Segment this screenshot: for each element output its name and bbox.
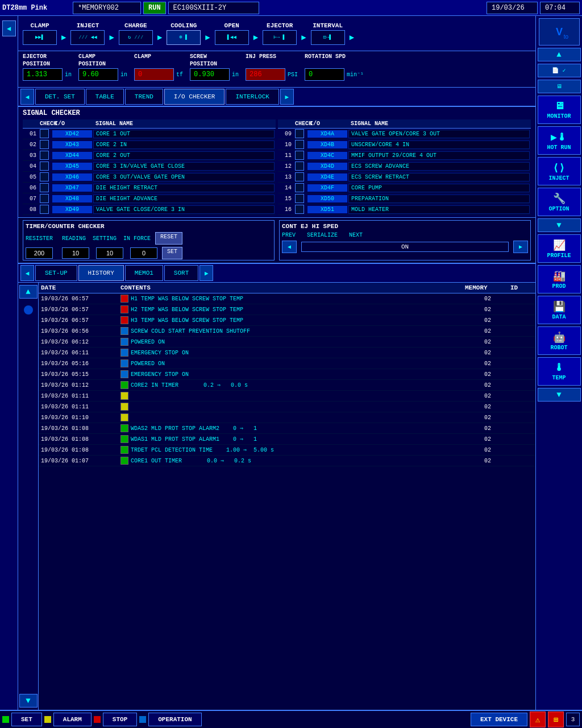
sidebar-up-arrow[interactable]: ▲ xyxy=(538,48,581,61)
sidebar-hot-run[interactable]: ▶🌡 HOT RUN xyxy=(538,126,581,155)
hist-mem-7: 02 xyxy=(465,361,510,367)
ext-device-button[interactable]: EXT DEVICE xyxy=(471,713,527,726)
set-button[interactable]: SET xyxy=(162,247,182,259)
history-down-button[interactable]: ▼ xyxy=(19,694,38,708)
screen-icon[interactable]: ⊞ xyxy=(548,712,564,727)
tab-trend[interactable]: TREND xyxy=(125,89,163,105)
tab-history[interactable]: HISTORY xyxy=(78,265,124,281)
sidebar-monitor[interactable]: 🖥 MONITOR xyxy=(538,96,581,124)
tab-table[interactable]: TABLE xyxy=(86,89,124,105)
sig-check-03[interactable] xyxy=(40,151,49,160)
sidebar-display-icon[interactable]: 🖥 xyxy=(538,80,581,93)
hist-dot-16 xyxy=(120,457,128,465)
sig-check-11[interactable] xyxy=(295,151,304,160)
sig-num-16: 16 xyxy=(279,206,294,213)
hist-dot-5 xyxy=(120,338,128,346)
hist-mem-16: 02 xyxy=(465,458,510,464)
timer-title: TIMER/COUNTER CHECKER xyxy=(26,223,272,230)
tab-left-arrow[interactable]: ◀ xyxy=(20,89,34,105)
sig-check-07[interactable] xyxy=(40,194,49,203)
left-hdr-io: I/O xyxy=(52,121,92,127)
tab-sort[interactable]: SORT xyxy=(164,265,198,281)
hist-date-10: 19/03/26 01:11 xyxy=(41,393,120,399)
sig-row-09: 09 XD4A VALVE GATE OPEN/CORE 3 OUT xyxy=(278,129,531,139)
timer-lbl-inforce: IN FORCE xyxy=(123,235,151,242)
sig-id-16: XD51 xyxy=(307,206,347,213)
sig-check-10[interactable] xyxy=(295,140,304,149)
sidebar-temp[interactable]: 🌡 TEMP xyxy=(538,357,581,386)
sidebar-down-arrow-bot[interactable]: ▼ xyxy=(538,388,581,402)
hist-dot-3 xyxy=(120,316,128,324)
sidebar-option[interactable]: 🔧 OPTION xyxy=(538,188,581,216)
sidebar-data[interactable]: 💾 DATA xyxy=(538,296,581,324)
current-date: 19/03/26 xyxy=(487,2,538,14)
btm-tab-left-arrow[interactable]: ◀ xyxy=(20,265,34,281)
alarm-warning-icon[interactable]: ⚠ xyxy=(530,712,546,727)
hist-dot-11 xyxy=(120,403,128,411)
sig-check-05[interactable] xyxy=(40,172,49,181)
sig-check-02[interactable] xyxy=(40,140,49,149)
sidebar-inject[interactable]: ⟨⟩ INJECT xyxy=(538,157,581,185)
reset-button[interactable]: RESET xyxy=(155,232,182,245)
next-button[interactable]: ▶ xyxy=(513,241,528,253)
hist-row-10: 19/03/26 01:11 02 xyxy=(39,391,535,402)
alarm-button[interactable]: ALARM xyxy=(53,713,92,726)
tab-right-arrow[interactable]: ▶ xyxy=(280,89,294,105)
inj-press-unit: PSI xyxy=(288,72,298,78)
sidebar-prod[interactable]: 🏭 PROD xyxy=(538,265,581,293)
hist-date-13: 19/03/26 01:08 xyxy=(41,425,120,432)
sidebar-down-arrow-mid[interactable]: ▼ xyxy=(538,218,581,232)
sig-check-09[interactable] xyxy=(295,129,304,138)
sig-check-15[interactable] xyxy=(295,194,304,203)
set-button-bottom[interactable]: SET xyxy=(11,713,42,726)
hist-mem-13: 02 xyxy=(465,425,510,432)
hist-date-7: 19/03/26 05:16 xyxy=(41,361,120,367)
sig-check-04[interactable] xyxy=(40,162,49,171)
timer-register-input[interactable] xyxy=(26,247,53,259)
sig-check-13[interactable] xyxy=(295,172,304,181)
sidebar-logo: V to xyxy=(539,18,580,46)
sig-name-13: ECS SCREW RETRACT xyxy=(348,173,530,181)
tab-setup[interactable]: SET-UP xyxy=(35,265,77,281)
hist-mem-10: 02 xyxy=(465,393,510,399)
timer-setting-input[interactable] xyxy=(96,247,123,259)
sidebar-profile[interactable]: 📈 PROFILE xyxy=(538,234,581,263)
operation-button[interactable]: OPERATION xyxy=(148,713,201,726)
sig-check-06[interactable] xyxy=(40,183,49,192)
sig-check-14[interactable] xyxy=(295,183,304,192)
prev-button[interactable]: ◀ xyxy=(282,241,297,253)
clamp-pos-sub: POSITION xyxy=(78,61,127,67)
cooling-icon: ❄ ▌ xyxy=(167,30,201,45)
tab-memo1[interactable]: MEMO1 xyxy=(125,265,163,281)
stop-button[interactable]: STOP xyxy=(103,713,137,726)
temp-label: TEMP xyxy=(552,375,566,381)
hist-mem-11: 02 xyxy=(465,404,510,410)
sidebar-robot[interactable]: 🤖 ROBOT xyxy=(538,326,581,355)
sig-check-12[interactable] xyxy=(295,162,304,171)
current-time: 07:04 xyxy=(540,2,580,14)
tab-det-set[interactable]: DET. SET xyxy=(35,89,85,105)
tab-interlock[interactable]: INTERLOCK xyxy=(226,89,278,105)
sig-name-10: UNSCREW/CORE 4 IN xyxy=(348,140,530,149)
tab-io-checker[interactable]: I/O CHECKER xyxy=(164,89,225,105)
btm-tab-right-arrow[interactable]: ▶ xyxy=(199,265,213,281)
hist-date-3: 19/03/26 06:57 xyxy=(41,317,120,324)
timer-reading-input[interactable] xyxy=(62,247,89,259)
svg-text:to: to xyxy=(563,34,568,40)
left-nav: ◀ xyxy=(0,16,18,710)
history-up-button[interactable]: ▲ xyxy=(19,285,38,299)
sig-check-16[interactable] xyxy=(295,205,304,214)
signal-checker: SIGNAL CHECKER CHECK I/O SIGNAL NAME 01 … xyxy=(18,107,535,218)
sig-num-06: 06 xyxy=(24,185,39,191)
sig-check-01[interactable] xyxy=(40,129,49,138)
sidebar-page-icon[interactable]: 📄 ✓ xyxy=(538,64,581,77)
timer-inforce-input[interactable] xyxy=(130,247,157,259)
sig-name-12: ECS SCREW ADVANCE xyxy=(348,162,530,171)
sig-check-08[interactable] xyxy=(40,205,49,214)
hist-content-8: EMERGENCY STOP ON xyxy=(120,370,465,378)
left-arrow-btn[interactable]: ◀ xyxy=(2,20,16,36)
prod-icon: 🏭 xyxy=(553,270,566,282)
process-interval: INTERVAL ⊡→▌ xyxy=(311,22,345,45)
screw-pos-value: 0.930 xyxy=(190,68,230,81)
screw-label: SCREW xyxy=(190,53,239,60)
